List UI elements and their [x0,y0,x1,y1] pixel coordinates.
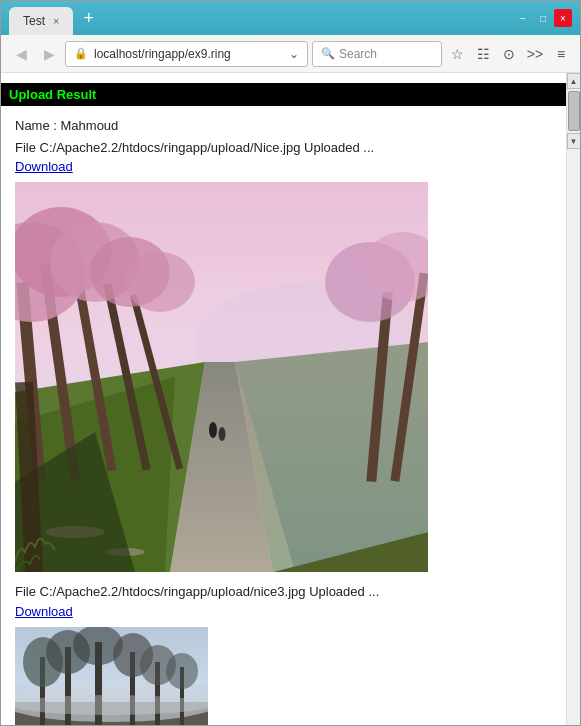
nav-bar: ◀ ▶ 🔒 localhost/ringapp/ex9.ring ⌄ 🔍 Sea… [1,35,580,73]
page-header: Upload Result [1,83,566,106]
bookmark-button[interactable]: ☆ [446,42,468,66]
svg-point-27 [209,422,217,438]
file2-info: File C:/Apache2.2/htdocs/ringapp/upload/… [15,582,552,602]
window-controls: − □ × [514,9,572,27]
maximize-button[interactable]: □ [534,9,552,27]
close-button[interactable]: × [554,9,572,27]
page-content: Upload Result Name : Mahmoud File C:/Apa… [1,73,566,725]
tab-close-button[interactable]: × [53,15,59,27]
scrollbar[interactable]: ▲ ▼ [566,73,580,725]
back-button[interactable]: ◀ [9,42,33,66]
uploaded-image-1 [15,182,428,572]
pocket-button[interactable]: ⊙ [498,42,520,66]
minimize-button[interactable]: − [514,9,532,27]
extensions-button[interactable]: >> [524,42,546,66]
scroll-up-button[interactable]: ▲ [567,73,581,89]
scene-svg-2 [15,627,208,726]
content-area: Upload Result Name : Mahmoud File C:/Apa… [1,73,580,725]
search-placeholder: Search [339,47,377,61]
menu-button[interactable]: ≡ [550,42,572,66]
new-tab-button[interactable]: + [79,9,98,27]
svg-point-28 [219,427,226,441]
search-icon: 🔍 [321,47,335,60]
download1-link[interactable]: Download [15,159,73,174]
security-icon: 🔒 [74,47,88,60]
svg-point-44 [15,695,208,715]
header-text: Upload Result [9,87,96,102]
back-icon: ◀ [16,46,27,62]
reader-view-button[interactable]: ☷ [472,42,494,66]
browser-tab[interactable]: Test × [9,7,73,35]
name-info: Name : Mahmoud [15,116,552,136]
file1-info: File C:/Apache2.2/htdocs/ringapp/upload/… [15,138,552,158]
uploaded-image-2 [15,627,208,726]
title-bar: Test × + − □ × [1,1,580,35]
browser-window: Test × + − □ × ◀ ▶ 🔒 localhost/ringapp/e… [0,0,581,726]
svg-point-18 [125,252,195,312]
scroll-down-button[interactable]: ▼ [567,133,581,149]
scene-svg-1 [15,182,428,572]
svg-point-43 [166,653,198,689]
forward-icon: ▶ [44,46,55,62]
address-text: localhost/ringapp/ex9.ring [94,47,283,61]
dropdown-icon[interactable]: ⌄ [289,47,299,61]
download2-link[interactable]: Download [15,604,73,619]
forward-button[interactable]: ▶ [37,42,61,66]
search-bar[interactable]: 🔍 Search [312,41,442,67]
scroll-thumb[interactable] [568,91,580,131]
tab-label: Test [23,14,45,28]
address-bar[interactable]: 🔒 localhost/ringapp/ex9.ring ⌄ [65,41,308,67]
